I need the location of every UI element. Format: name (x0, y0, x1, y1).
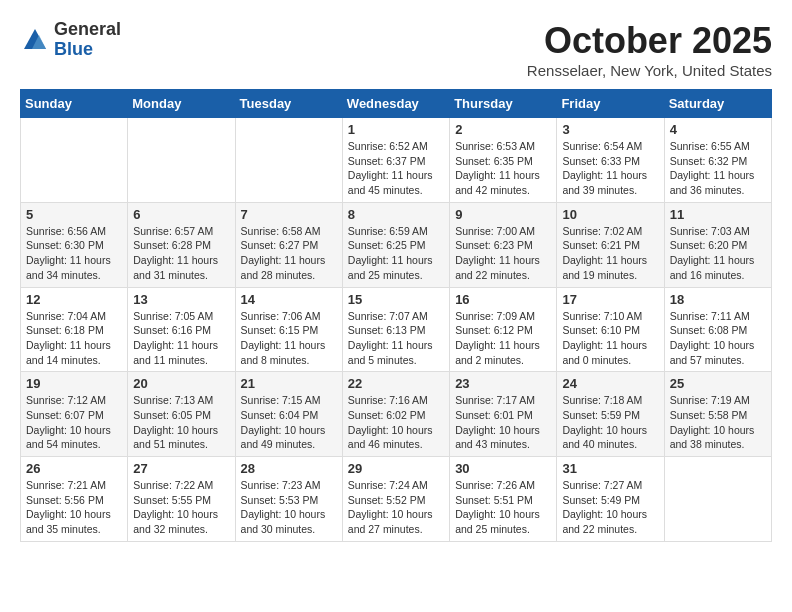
calendar-cell: 13Sunrise: 7:05 AM Sunset: 6:16 PM Dayli… (128, 287, 235, 372)
weekday-header-sunday: Sunday (21, 90, 128, 118)
calendar-cell: 3Sunrise: 6:54 AM Sunset: 6:33 PM Daylig… (557, 118, 664, 203)
calendar-cell: 22Sunrise: 7:16 AM Sunset: 6:02 PM Dayli… (342, 372, 449, 457)
calendar-cell (21, 118, 128, 203)
day-info: Sunrise: 6:53 AM Sunset: 6:35 PM Dayligh… (455, 139, 551, 198)
day-number: 21 (241, 376, 337, 391)
calendar-table: SundayMondayTuesdayWednesdayThursdayFrid… (20, 89, 772, 542)
day-info: Sunrise: 6:56 AM Sunset: 6:30 PM Dayligh… (26, 224, 122, 283)
logo-icon (20, 25, 50, 55)
day-info: Sunrise: 7:11 AM Sunset: 6:08 PM Dayligh… (670, 309, 766, 368)
calendar-cell: 15Sunrise: 7:07 AM Sunset: 6:13 PM Dayli… (342, 287, 449, 372)
calendar-week-row: 1Sunrise: 6:52 AM Sunset: 6:37 PM Daylig… (21, 118, 772, 203)
calendar-cell: 25Sunrise: 7:19 AM Sunset: 5:58 PM Dayli… (664, 372, 771, 457)
day-number: 26 (26, 461, 122, 476)
calendar-cell: 31Sunrise: 7:27 AM Sunset: 5:49 PM Dayli… (557, 457, 664, 542)
calendar-week-row: 19Sunrise: 7:12 AM Sunset: 6:07 PM Dayli… (21, 372, 772, 457)
location-label: Rensselaer, New York, United States (527, 62, 772, 79)
day-info: Sunrise: 7:22 AM Sunset: 5:55 PM Dayligh… (133, 478, 229, 537)
day-number: 13 (133, 292, 229, 307)
calendar-cell: 29Sunrise: 7:24 AM Sunset: 5:52 PM Dayli… (342, 457, 449, 542)
day-number: 25 (670, 376, 766, 391)
weekday-header-row: SundayMondayTuesdayWednesdayThursdayFrid… (21, 90, 772, 118)
title-area: October 2025 Rensselaer, New York, Unite… (527, 20, 772, 79)
calendar-cell: 19Sunrise: 7:12 AM Sunset: 6:07 PM Dayli… (21, 372, 128, 457)
day-info: Sunrise: 7:06 AM Sunset: 6:15 PM Dayligh… (241, 309, 337, 368)
day-number: 20 (133, 376, 229, 391)
day-info: Sunrise: 7:10 AM Sunset: 6:10 PM Dayligh… (562, 309, 658, 368)
day-info: Sunrise: 7:09 AM Sunset: 6:12 PM Dayligh… (455, 309, 551, 368)
day-info: Sunrise: 6:52 AM Sunset: 6:37 PM Dayligh… (348, 139, 444, 198)
logo-text: General Blue (54, 20, 121, 60)
calendar-cell: 8Sunrise: 6:59 AM Sunset: 6:25 PM Daylig… (342, 202, 449, 287)
calendar-cell: 20Sunrise: 7:13 AM Sunset: 6:05 PM Dayli… (128, 372, 235, 457)
day-info: Sunrise: 7:26 AM Sunset: 5:51 PM Dayligh… (455, 478, 551, 537)
calendar-cell: 6Sunrise: 6:57 AM Sunset: 6:28 PM Daylig… (128, 202, 235, 287)
day-number: 27 (133, 461, 229, 476)
day-info: Sunrise: 7:02 AM Sunset: 6:21 PM Dayligh… (562, 224, 658, 283)
day-number: 5 (26, 207, 122, 222)
calendar-week-row: 12Sunrise: 7:04 AM Sunset: 6:18 PM Dayli… (21, 287, 772, 372)
calendar-cell: 4Sunrise: 6:55 AM Sunset: 6:32 PM Daylig… (664, 118, 771, 203)
calendar-cell: 10Sunrise: 7:02 AM Sunset: 6:21 PM Dayli… (557, 202, 664, 287)
day-number: 1 (348, 122, 444, 137)
day-number: 15 (348, 292, 444, 307)
calendar-cell: 21Sunrise: 7:15 AM Sunset: 6:04 PM Dayli… (235, 372, 342, 457)
logo-general-label: General (54, 20, 121, 40)
calendar-cell (235, 118, 342, 203)
calendar-cell: 30Sunrise: 7:26 AM Sunset: 5:51 PM Dayli… (450, 457, 557, 542)
day-number: 28 (241, 461, 337, 476)
calendar-cell (128, 118, 235, 203)
day-info: Sunrise: 7:12 AM Sunset: 6:07 PM Dayligh… (26, 393, 122, 452)
calendar-week-row: 26Sunrise: 7:21 AM Sunset: 5:56 PM Dayli… (21, 457, 772, 542)
day-info: Sunrise: 7:24 AM Sunset: 5:52 PM Dayligh… (348, 478, 444, 537)
weekday-header-thursday: Thursday (450, 90, 557, 118)
logo-blue-label: Blue (54, 40, 121, 60)
day-info: Sunrise: 7:21 AM Sunset: 5:56 PM Dayligh… (26, 478, 122, 537)
calendar-cell: 26Sunrise: 7:21 AM Sunset: 5:56 PM Dayli… (21, 457, 128, 542)
day-number: 10 (562, 207, 658, 222)
day-number: 18 (670, 292, 766, 307)
day-info: Sunrise: 6:54 AM Sunset: 6:33 PM Dayligh… (562, 139, 658, 198)
calendar-cell: 28Sunrise: 7:23 AM Sunset: 5:53 PM Dayli… (235, 457, 342, 542)
calendar-cell: 18Sunrise: 7:11 AM Sunset: 6:08 PM Dayli… (664, 287, 771, 372)
calendar-cell: 9Sunrise: 7:00 AM Sunset: 6:23 PM Daylig… (450, 202, 557, 287)
day-number: 6 (133, 207, 229, 222)
weekday-header-monday: Monday (128, 90, 235, 118)
month-title: October 2025 (527, 20, 772, 62)
page-header: General Blue October 2025 Rensselaer, Ne… (20, 20, 772, 79)
day-number: 11 (670, 207, 766, 222)
day-info: Sunrise: 6:59 AM Sunset: 6:25 PM Dayligh… (348, 224, 444, 283)
day-info: Sunrise: 7:16 AM Sunset: 6:02 PM Dayligh… (348, 393, 444, 452)
day-info: Sunrise: 7:23 AM Sunset: 5:53 PM Dayligh… (241, 478, 337, 537)
day-number: 14 (241, 292, 337, 307)
day-number: 8 (348, 207, 444, 222)
calendar-cell: 11Sunrise: 7:03 AM Sunset: 6:20 PM Dayli… (664, 202, 771, 287)
calendar-cell: 7Sunrise: 6:58 AM Sunset: 6:27 PM Daylig… (235, 202, 342, 287)
calendar-cell: 17Sunrise: 7:10 AM Sunset: 6:10 PM Dayli… (557, 287, 664, 372)
day-number: 22 (348, 376, 444, 391)
day-info: Sunrise: 7:07 AM Sunset: 6:13 PM Dayligh… (348, 309, 444, 368)
day-number: 17 (562, 292, 658, 307)
calendar-cell: 14Sunrise: 7:06 AM Sunset: 6:15 PM Dayli… (235, 287, 342, 372)
day-info: Sunrise: 7:19 AM Sunset: 5:58 PM Dayligh… (670, 393, 766, 452)
calendar-cell: 1Sunrise: 6:52 AM Sunset: 6:37 PM Daylig… (342, 118, 449, 203)
day-info: Sunrise: 7:00 AM Sunset: 6:23 PM Dayligh… (455, 224, 551, 283)
day-number: 2 (455, 122, 551, 137)
day-number: 23 (455, 376, 551, 391)
day-info: Sunrise: 7:17 AM Sunset: 6:01 PM Dayligh… (455, 393, 551, 452)
day-info: Sunrise: 6:57 AM Sunset: 6:28 PM Dayligh… (133, 224, 229, 283)
calendar-week-row: 5Sunrise: 6:56 AM Sunset: 6:30 PM Daylig… (21, 202, 772, 287)
day-info: Sunrise: 7:15 AM Sunset: 6:04 PM Dayligh… (241, 393, 337, 452)
day-number: 30 (455, 461, 551, 476)
day-info: Sunrise: 7:04 AM Sunset: 6:18 PM Dayligh… (26, 309, 122, 368)
day-number: 12 (26, 292, 122, 307)
day-info: Sunrise: 6:55 AM Sunset: 6:32 PM Dayligh… (670, 139, 766, 198)
day-info: Sunrise: 6:58 AM Sunset: 6:27 PM Dayligh… (241, 224, 337, 283)
calendar-cell: 12Sunrise: 7:04 AM Sunset: 6:18 PM Dayli… (21, 287, 128, 372)
calendar-cell (664, 457, 771, 542)
day-number: 4 (670, 122, 766, 137)
day-number: 3 (562, 122, 658, 137)
day-number: 16 (455, 292, 551, 307)
day-number: 31 (562, 461, 658, 476)
day-info: Sunrise: 7:03 AM Sunset: 6:20 PM Dayligh… (670, 224, 766, 283)
